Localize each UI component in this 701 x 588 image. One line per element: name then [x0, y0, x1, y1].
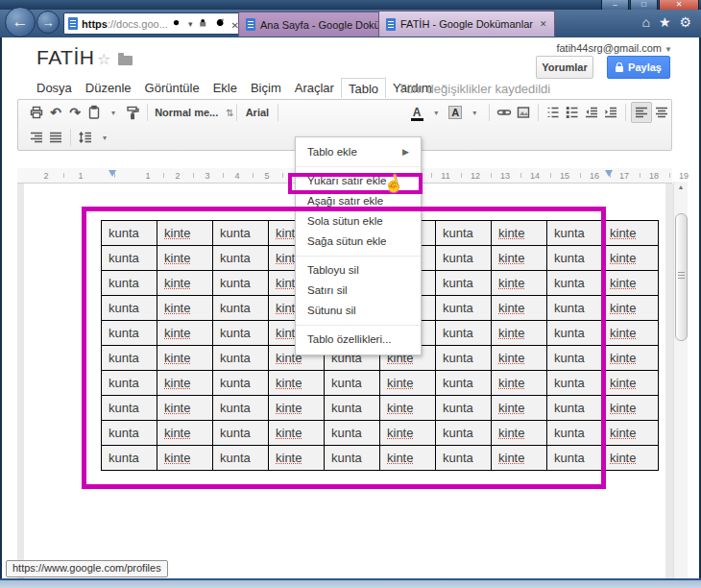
caret-down-icon: ▼: [665, 45, 672, 54]
ruler-number: 14: [530, 171, 540, 181]
scrollbar-thumb[interactable]: [675, 213, 688, 341]
toolbar-separator: [538, 104, 539, 121]
window-bottom-frame: [0, 578, 701, 588]
redo-icon[interactable]: ↷: [65, 103, 85, 122]
menu-ekle[interactable]: Ekle: [206, 78, 244, 98]
favorites-star-icon[interactable]: ★: [659, 14, 671, 30]
table-cell[interactable]: kinte: [603, 346, 659, 371]
caret-down-icon[interactable]: ▾: [188, 19, 193, 29]
caret-down-icon[interactable]: ▾: [95, 128, 114, 147]
align-right-icon[interactable]: [27, 128, 46, 147]
ruler-number: 4: [234, 171, 239, 181]
vertical-scrollbar[interactable]: ▲: [673, 182, 688, 578]
left-margin-marker-icon[interactable]: [109, 170, 116, 177]
browser-action-icons: ⌂★⚙: [641, 14, 691, 30]
comments-button[interactable]: Yorumlar: [536, 56, 593, 79]
back-button[interactable]: ←: [5, 7, 36, 37]
table-cell[interactable]: kinte: [603, 271, 659, 296]
caret-down-icon[interactable]: ▾: [104, 103, 123, 122]
share-button[interactable]: Paylaş: [607, 56, 670, 79]
ruler-tick: [193, 173, 194, 178]
screen: { "window": { "controls": [ { "name": "m…: [0, 0, 701, 588]
menu-biçim[interactable]: Biçim: [244, 78, 288, 98]
hand-cursor-icon: ☝: [381, 172, 405, 196]
align-center-icon[interactable]: [652, 103, 671, 122]
text-color-icon[interactable]: A: [407, 103, 426, 122]
home-icon[interactable]: ⌂: [641, 14, 649, 30]
paste-icon[interactable]: [85, 103, 104, 122]
document-title[interactable]: FATİH: [36, 46, 94, 69]
table-cell[interactable]: kinte: [603, 446, 659, 471]
ruler-number: 5: [264, 171, 269, 181]
menu-item-tablo-ekle[interactable]: Tablo ekle▶: [296, 142, 421, 162]
refresh-icon[interactable]: [214, 17, 227, 30]
docs-favicon: [386, 18, 396, 31]
account-email[interactable]: fatih44srg@gmail.com ▼: [556, 42, 672, 54]
forward-button[interactable]: →: [36, 11, 60, 34]
cell-text: kinte: [610, 301, 636, 315]
scrollbar-grip: [678, 272, 685, 279]
scroll-up-icon[interactable]: ▲: [674, 184, 688, 190]
menubar: DosyaDüzenleGörüntüleEkleBiçimAraçlarTab…: [30, 78, 439, 98]
menu-düzenle[interactable]: Düzenle: [79, 78, 138, 98]
ruler-tick: [431, 173, 432, 178]
paint-format-icon[interactable]: [123, 103, 142, 122]
menu-dosya[interactable]: Dosya: [30, 78, 79, 98]
url-text[interactable]: https://docs.goo...: [82, 18, 172, 30]
font-dropdown[interactable]: Arial: [242, 103, 273, 122]
menu-görüntüle[interactable]: Görüntüle: [138, 78, 206, 98]
lock-icon[interactable]: [198, 17, 209, 30]
outdent-icon[interactable]: [582, 103, 601, 122]
insert-image-icon[interactable]: [514, 103, 533, 122]
browser-navbar: ← → https://docs.goo... ▾✕ Ana Sayfa - G…: [0, 10, 701, 37]
caret-down-icon[interactable]: ▾: [465, 103, 484, 122]
ruler-tick: [669, 173, 670, 178]
table-cell[interactable]: kinte: [603, 296, 659, 321]
status-url-tooltip: https://www.google.com/profiles: [6, 560, 168, 577]
submenu-arrow-icon: ▶: [402, 142, 409, 162]
folder-icon[interactable]: [118, 56, 133, 65]
bullet-list-icon[interactable]: [563, 103, 582, 122]
settings-gear-icon[interactable]: ⚙: [679, 14, 691, 30]
cell-text: kinte: [610, 276, 636, 290]
cell-text: kinte: [610, 251, 636, 265]
ruler-tick: [520, 173, 521, 178]
table-cell[interactable]: kinte: [603, 221, 659, 246]
tab-close-icon[interactable]: ✕: [540, 19, 547, 29]
style-dropdown[interactable]: Normal me...⇅: [153, 103, 231, 122]
table-cell[interactable]: kinte: [603, 246, 659, 271]
cell-text: kinte: [610, 451, 636, 465]
indent-icon[interactable]: [601, 103, 620, 122]
highlight-color-icon[interactable]: A: [446, 103, 465, 122]
toolbar-separator: [70, 129, 71, 146]
table-cell[interactable]: kinte: [603, 371, 659, 396]
insert-link-icon[interactable]: [495, 103, 514, 122]
right-margin-marker-icon[interactable]: [605, 170, 613, 177]
caret-down-icon[interactable]: ▾: [426, 103, 446, 122]
address-bar[interactable]: https://docs.goo... ▾✕: [63, 12, 244, 35]
cell-text: kinte: [610, 351, 636, 365]
search-icon[interactable]: [172, 18, 183, 30]
print-icon[interactable]: [27, 103, 46, 122]
line-spacing-icon[interactable]: [76, 128, 95, 147]
ruler-tick: [461, 173, 462, 178]
ruler-tick: [253, 173, 254, 178]
table-cell[interactable]: kinte: [603, 396, 659, 421]
menu-tablo[interactable]: Tablo: [341, 78, 386, 98]
ruler-tick: [580, 173, 581, 178]
star-document-icon[interactable]: ☆: [97, 50, 110, 68]
table-cell[interactable]: kinte: [603, 321, 659, 346]
ruler-number: 18: [649, 171, 659, 181]
menu-item-label: Tablo ekle: [307, 142, 357, 162]
ruler-number: 19: [679, 171, 689, 181]
ruler-number: 3: [205, 171, 209, 181]
toolbar-separator: [489, 104, 490, 121]
tab-2[interactable]: FATİH - Google Dokümanlar✕: [378, 11, 555, 37]
table-cell[interactable]: kinte: [603, 421, 659, 446]
menu-araçlar[interactable]: Araçlar: [288, 78, 341, 98]
justify-icon[interactable]: [46, 128, 65, 147]
undo-icon[interactable]: ↶: [46, 103, 65, 122]
numbered-list-icon[interactable]: [544, 103, 563, 122]
align-left-icon[interactable]: [631, 102, 652, 123]
window-titlebar: ‒□✕: [0, 0, 701, 10]
